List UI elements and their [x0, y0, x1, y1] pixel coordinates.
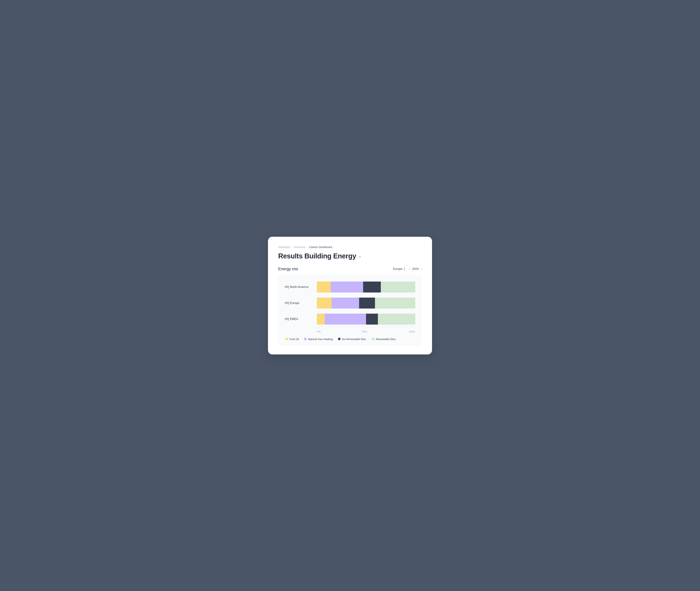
section-title: Energy mix	[278, 267, 298, 271]
page-title: Results Building Energy	[278, 252, 356, 260]
legend-label-renewable: Renewable Elec.	[376, 337, 396, 341]
bar-seg-fuel-oil-eu	[317, 298, 332, 309]
legend-item-fuel-oil: Fuel Oil	[285, 337, 299, 341]
bar-seg-renewable-emea	[378, 314, 415, 325]
bar-track-hq-emea	[317, 314, 415, 325]
legend-label-fuel-oil: Fuel Oil	[290, 337, 299, 341]
region-arrows-icon: ▲ ▼	[403, 267, 405, 271]
legend-dot-renewable	[372, 338, 374, 340]
bar-seg-no-renewable-eu	[359, 298, 375, 309]
bar-row-hq-europe: HQ Europe	[285, 298, 415, 309]
section-controls: Europe ▲ ▼ ‹ 2024 ›	[393, 267, 422, 271]
region-selector[interactable]: Europe ▲ ▼	[393, 267, 405, 271]
bar-seg-renewable-eu	[375, 298, 415, 309]
year-prev-button[interactable]: ‹	[409, 267, 410, 271]
bar-row-hq-north-america: HQ North America	[285, 281, 415, 292]
page-title-row: Results Building Energy ⌄	[278, 252, 422, 260]
bar-row-hq-emea: HQ EMEA	[285, 314, 415, 325]
chart-legend: Fuel Oil Natural Gas Heating No-Renewabl…	[285, 337, 415, 341]
breadcrumb: Dahboard › Overview › Carbon Dashboard	[278, 246, 422, 249]
bar-seg-fuel-oil-emea	[317, 314, 325, 325]
section-header: Energy mix Europe ▲ ▼ ‹ 2024 ›	[278, 267, 422, 271]
bar-seg-natural-gas-eu	[332, 298, 359, 309]
bar-seg-natural-gas-emea	[325, 314, 366, 325]
chart-axis: 0% 50% 100%	[317, 327, 415, 333]
bar-track-hq-europe	[317, 298, 415, 309]
breadcrumb-sep-1: ›	[292, 246, 293, 248]
bar-seg-renewable-na	[381, 281, 415, 292]
axis-label-100: 100%	[409, 330, 415, 333]
bar-label-hq-europe: HQ Europe	[285, 302, 314, 305]
legend-item-renewable: Renewable Elec.	[372, 337, 396, 341]
chart-container: HQ North America HQ Europe HQ EMEA	[278, 275, 422, 346]
axis-label-50: 50%	[362, 330, 367, 333]
bar-track-hq-north-america	[317, 281, 415, 292]
bar-label-hq-emea: HQ EMEA	[285, 318, 314, 321]
bar-seg-natural-gas-na	[331, 281, 363, 292]
legend-label-natural-gas: Natural Gas Heating	[308, 337, 333, 341]
bar-label-hq-north-america: HQ North America	[285, 285, 314, 289]
legend-dot-natural-gas	[304, 338, 307, 340]
legend-dot-no-renewable	[338, 338, 340, 340]
legend-item-no-renewable: No-Renewable Elec.	[338, 337, 367, 341]
year-label: 2024	[412, 267, 419, 271]
axis-label-0: 0%	[317, 330, 320, 333]
axis-labels: 0% 50% 100%	[317, 328, 415, 333]
legend-item-natural-gas: Natural Gas Heating	[304, 337, 333, 341]
page-title-dropdown-icon[interactable]: ⌄	[359, 254, 362, 258]
breadcrumb-item-overview[interactable]: Overview	[294, 246, 305, 249]
breadcrumb-item-dashboard[interactable]: Dahboard	[278, 246, 290, 249]
bar-seg-no-renewable-na	[363, 281, 381, 292]
legend-dot-fuel-oil	[285, 338, 288, 340]
bar-seg-fuel-oil-na	[317, 281, 331, 292]
legend-label-no-renewable: No-Renewable Elec.	[342, 337, 367, 341]
year-next-button[interactable]: ›	[421, 267, 422, 271]
breadcrumb-sep-2: ›	[307, 246, 308, 248]
breadcrumb-item-carbon: Carbon Dashboard	[309, 246, 332, 249]
bar-seg-no-renewable-emea	[366, 314, 378, 325]
region-label: Europe	[393, 267, 402, 271]
year-nav: ‹ 2024 ›	[409, 267, 422, 271]
main-card: Dahboard › Overview › Carbon Dashboard R…	[268, 237, 432, 354]
